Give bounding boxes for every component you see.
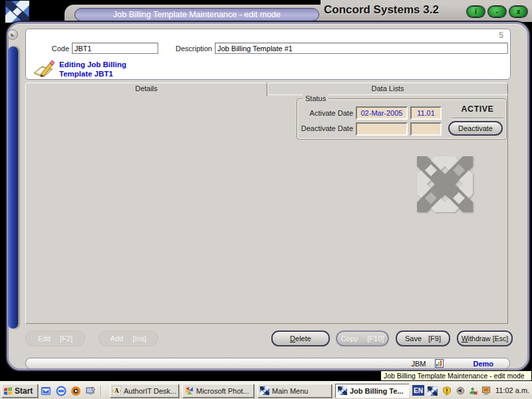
copy-button: Copy [F10]: [336, 331, 389, 346]
authorit-icon: A: [112, 386, 121, 395]
tab-data-lists[interactable]: Data Lists: [267, 82, 508, 94]
task-authorit[interactable]: A AuthorIT Desk...: [110, 384, 179, 398]
add-button: Add [Ins]: [98, 331, 158, 346]
language-indicator[interactable]: EN: [412, 385, 424, 396]
activate-date-label: Activate Date: [299, 109, 353, 117]
editing-status-text: Editing Job Billing Template JBT1: [59, 60, 126, 78]
concord-tray-icon[interactable]: [427, 386, 438, 396]
left-scroll-strip[interactable]: [8, 47, 18, 329]
deactivate-date-label: Deactivate Date: [299, 124, 353, 132]
code-label: Code: [39, 45, 69, 53]
main-window: ◣ 5 Code Description Editing Job Billing…: [7, 22, 529, 370]
description-label: Description: [166, 45, 212, 53]
window-status-bar: JBM Demo: [25, 358, 510, 369]
top-bar: Job Billing Template Maintenance - edit …: [0, 0, 532, 22]
description-input[interactable]: [215, 43, 508, 54]
taskbar: Start A: [0, 381, 532, 399]
report-icon[interactable]: [435, 359, 444, 368]
status-separator: [452, 118, 503, 119]
concord-task-icon: [260, 386, 269, 395]
status-groupbox: Status Activate Date 02-Mar-2005 11.01 D…: [297, 98, 507, 140]
tab-details[interactable]: Details: [25, 82, 267, 96]
windows-flag-icon: [3, 386, 13, 396]
activate-date-field[interactable]: 02-Mar-2005: [356, 106, 408, 120]
withdraw-button[interactable]: Withdraw [Esc]: [457, 331, 513, 346]
close-button[interactable]: x: [509, 6, 527, 17]
status-badge: ACTIVE: [450, 104, 505, 114]
clock[interactable]: 11:02 a.m.: [495, 386, 529, 394]
volume-icon[interactable]: [455, 386, 466, 396]
collapse-triangle-icon: ◣: [11, 32, 14, 37]
outlook-express-icon[interactable]: [40, 385, 52, 396]
module-code: JBM: [411, 360, 426, 368]
activate-time-field[interactable]: 11.01: [410, 106, 442, 120]
task-photo-editor[interactable]: Microsoft Phot...: [182, 384, 254, 398]
deactivate-time-field[interactable]: [410, 122, 442, 136]
task-main-menu[interactable]: Main Menu: [257, 384, 332, 398]
collapse-button[interactable]: ◣: [7, 29, 18, 40]
start-button[interactable]: Start: [1, 384, 38, 398]
record-indicator: 5: [499, 31, 503, 40]
task-job-billing-active[interactable]: Job Billing Te...: [335, 384, 409, 398]
deactivate-button[interactable]: Deactivate: [448, 121, 503, 136]
security-shield-icon[interactable]: [442, 386, 452, 396]
details-tab-panel: Status Activate Date 02-Mar-2005 11.01 D…: [25, 94, 508, 324]
deactivate-date-field[interactable]: [356, 122, 408, 136]
code-input[interactable]: [72, 43, 158, 54]
window-title: Job Billing Template Maintenance - edit …: [74, 8, 319, 21]
record-header-panel: 5 Code Description Editing Job Billing T…: [25, 29, 511, 80]
media-player-icon[interactable]: [70, 385, 82, 396]
messenger-icon[interactable]: [467, 386, 478, 396]
delete-button[interactable]: Delete: [271, 331, 330, 346]
concord-task-icon: [338, 386, 347, 395]
brand-title: Concord Systems 3.2: [324, 3, 465, 19]
photo-editor-icon: [185, 386, 194, 395]
save-button[interactable]: Save [F9]: [396, 331, 450, 346]
concord-logo-icon: [5, 1, 29, 22]
editing-note-icon: [33, 59, 55, 80]
show-desktop-icon[interactable]: [84, 385, 96, 396]
edit-button: Edit [F2]: [25, 331, 85, 346]
internet-explorer-icon[interactable]: [55, 385, 67, 396]
info-button[interactable]: i: [467, 6, 485, 17]
taskbar-tooltip: Job Billing Template Maintenance - edit …: [380, 370, 532, 381]
display-icon[interactable]: [481, 386, 492, 396]
window-title-text: Job Billing Template Maintenance - edit …: [113, 10, 281, 19]
concord-watermark-icon: [417, 156, 474, 213]
minimize-button[interactable]: -: [488, 6, 506, 17]
taskbar-separator: [100, 385, 102, 396]
status-legend: Status: [303, 94, 329, 102]
mode-indicator: Demo: [473, 360, 493, 368]
